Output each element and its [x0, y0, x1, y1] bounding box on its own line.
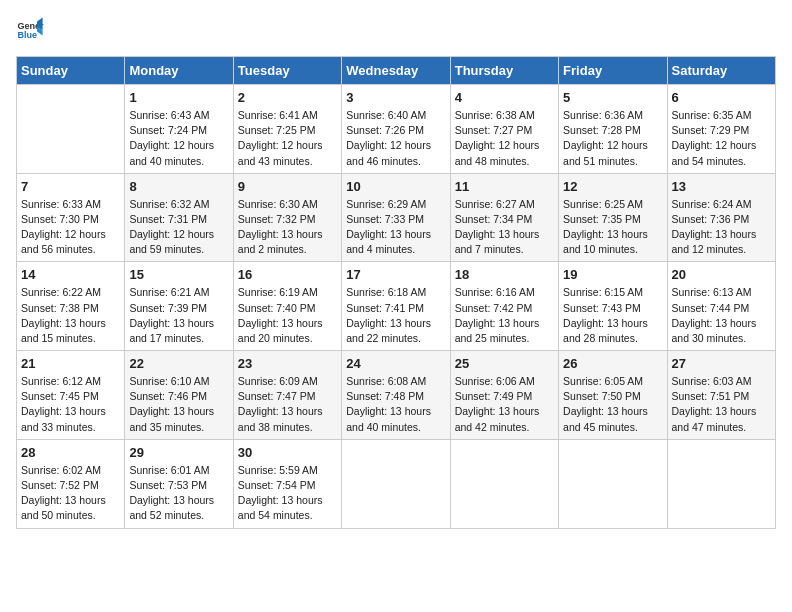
- day-number: 14: [21, 267, 35, 282]
- daylight-text: Daylight: 13 hours and 42 minutes.: [455, 405, 540, 432]
- calendar-cell: 2Sunrise: 6:41 AMSunset: 7:25 PMDaylight…: [233, 85, 341, 174]
- col-header-thursday: Thursday: [450, 57, 558, 85]
- cell-content: 19Sunrise: 6:15 AMSunset: 7:43 PMDayligh…: [563, 266, 662, 346]
- daylight-text: Daylight: 12 hours and 54 minutes.: [672, 139, 757, 166]
- header-row: SundayMondayTuesdayWednesdayThursdayFrid…: [17, 57, 776, 85]
- day-number: 3: [346, 90, 353, 105]
- sunrise-text: Sunrise: 6:03 AM: [672, 375, 752, 387]
- col-header-wednesday: Wednesday: [342, 57, 450, 85]
- sunrise-text: Sunrise: 6:36 AM: [563, 109, 643, 121]
- calendar-cell: 24Sunrise: 6:08 AMSunset: 7:48 PMDayligh…: [342, 351, 450, 440]
- cell-content: 1Sunrise: 6:43 AMSunset: 7:24 PMDaylight…: [129, 89, 228, 169]
- daylight-text: Daylight: 13 hours and 35 minutes.: [129, 405, 214, 432]
- sunrise-text: Sunrise: 6:10 AM: [129, 375, 209, 387]
- calendar-cell: 9Sunrise: 6:30 AMSunset: 7:32 PMDaylight…: [233, 173, 341, 262]
- day-number: 23: [238, 356, 252, 371]
- logo-icon: General Blue: [16, 16, 44, 44]
- day-number: 20: [672, 267, 686, 282]
- sunset-text: Sunset: 7:26 PM: [346, 124, 424, 136]
- daylight-text: Daylight: 12 hours and 59 minutes.: [129, 228, 214, 255]
- day-number: 27: [672, 356, 686, 371]
- calendar-cell: 12Sunrise: 6:25 AMSunset: 7:35 PMDayligh…: [559, 173, 667, 262]
- cell-content: 24Sunrise: 6:08 AMSunset: 7:48 PMDayligh…: [346, 355, 445, 435]
- cell-content: 15Sunrise: 6:21 AMSunset: 7:39 PMDayligh…: [129, 266, 228, 346]
- sunrise-text: Sunrise: 6:43 AM: [129, 109, 209, 121]
- cell-content: 11Sunrise: 6:27 AMSunset: 7:34 PMDayligh…: [455, 178, 554, 258]
- calendar-table: SundayMondayTuesdayWednesdayThursdayFrid…: [16, 56, 776, 529]
- sunrise-text: Sunrise: 6:35 AM: [672, 109, 752, 121]
- sunset-text: Sunset: 7:53 PM: [129, 479, 207, 491]
- calendar-cell: 27Sunrise: 6:03 AMSunset: 7:51 PMDayligh…: [667, 351, 775, 440]
- day-number: 1: [129, 90, 136, 105]
- daylight-text: Daylight: 13 hours and 7 minutes.: [455, 228, 540, 255]
- calendar-cell: [559, 439, 667, 528]
- cell-content: 3Sunrise: 6:40 AMSunset: 7:26 PMDaylight…: [346, 89, 445, 169]
- week-row-3: 21Sunrise: 6:12 AMSunset: 7:45 PMDayligh…: [17, 351, 776, 440]
- cell-content: 2Sunrise: 6:41 AMSunset: 7:25 PMDaylight…: [238, 89, 337, 169]
- sunset-text: Sunset: 7:41 PM: [346, 302, 424, 314]
- day-number: 19: [563, 267, 577, 282]
- sunset-text: Sunset: 7:43 PM: [563, 302, 641, 314]
- sunset-text: Sunset: 7:28 PM: [563, 124, 641, 136]
- calendar-cell: 19Sunrise: 6:15 AMSunset: 7:43 PMDayligh…: [559, 262, 667, 351]
- sunset-text: Sunset: 7:51 PM: [672, 390, 750, 402]
- sunrise-text: Sunrise: 6:41 AM: [238, 109, 318, 121]
- col-header-saturday: Saturday: [667, 57, 775, 85]
- sunrise-text: Sunrise: 6:02 AM: [21, 464, 101, 476]
- day-number: 22: [129, 356, 143, 371]
- calendar-cell: 21Sunrise: 6:12 AMSunset: 7:45 PMDayligh…: [17, 351, 125, 440]
- day-number: 17: [346, 267, 360, 282]
- calendar-cell: 23Sunrise: 6:09 AMSunset: 7:47 PMDayligh…: [233, 351, 341, 440]
- cell-content: 18Sunrise: 6:16 AMSunset: 7:42 PMDayligh…: [455, 266, 554, 346]
- sunrise-text: Sunrise: 6:33 AM: [21, 198, 101, 210]
- cell-content: 30Sunrise: 5:59 AMSunset: 7:54 PMDayligh…: [238, 444, 337, 524]
- calendar-cell: 20Sunrise: 6:13 AMSunset: 7:44 PMDayligh…: [667, 262, 775, 351]
- cell-content: 25Sunrise: 6:06 AMSunset: 7:49 PMDayligh…: [455, 355, 554, 435]
- cell-content: 26Sunrise: 6:05 AMSunset: 7:50 PMDayligh…: [563, 355, 662, 435]
- sunset-text: Sunset: 7:31 PM: [129, 213, 207, 225]
- sunset-text: Sunset: 7:40 PM: [238, 302, 316, 314]
- sunset-text: Sunset: 7:47 PM: [238, 390, 316, 402]
- daylight-text: Daylight: 13 hours and 20 minutes.: [238, 317, 323, 344]
- sunset-text: Sunset: 7:27 PM: [455, 124, 533, 136]
- week-row-1: 7Sunrise: 6:33 AMSunset: 7:30 PMDaylight…: [17, 173, 776, 262]
- day-number: 9: [238, 179, 245, 194]
- sunset-text: Sunset: 7:38 PM: [21, 302, 99, 314]
- cell-content: 23Sunrise: 6:09 AMSunset: 7:47 PMDayligh…: [238, 355, 337, 435]
- cell-content: 29Sunrise: 6:01 AMSunset: 7:53 PMDayligh…: [129, 444, 228, 524]
- col-header-friday: Friday: [559, 57, 667, 85]
- day-number: 6: [672, 90, 679, 105]
- calendar-cell: [667, 439, 775, 528]
- day-number: 26: [563, 356, 577, 371]
- sunrise-text: Sunrise: 5:59 AM: [238, 464, 318, 476]
- cell-content: 13Sunrise: 6:24 AMSunset: 7:36 PMDayligh…: [672, 178, 771, 258]
- sunrise-text: Sunrise: 6:13 AM: [672, 286, 752, 298]
- sunrise-text: Sunrise: 6:05 AM: [563, 375, 643, 387]
- sunrise-text: Sunrise: 6:08 AM: [346, 375, 426, 387]
- daylight-text: Daylight: 13 hours and 17 minutes.: [129, 317, 214, 344]
- cell-content: 5Sunrise: 6:36 AMSunset: 7:28 PMDaylight…: [563, 89, 662, 169]
- sunrise-text: Sunrise: 6:09 AM: [238, 375, 318, 387]
- cell-content: 20Sunrise: 6:13 AMSunset: 7:44 PMDayligh…: [672, 266, 771, 346]
- sunset-text: Sunset: 7:33 PM: [346, 213, 424, 225]
- daylight-text: Daylight: 13 hours and 52 minutes.: [129, 494, 214, 521]
- week-row-2: 14Sunrise: 6:22 AMSunset: 7:38 PMDayligh…: [17, 262, 776, 351]
- sunset-text: Sunset: 7:24 PM: [129, 124, 207, 136]
- calendar-cell: [450, 439, 558, 528]
- calendar-cell: 5Sunrise: 6:36 AMSunset: 7:28 PMDaylight…: [559, 85, 667, 174]
- cell-content: 28Sunrise: 6:02 AMSunset: 7:52 PMDayligh…: [21, 444, 120, 524]
- sunset-text: Sunset: 7:42 PM: [455, 302, 533, 314]
- daylight-text: Daylight: 13 hours and 12 minutes.: [672, 228, 757, 255]
- daylight-text: Daylight: 13 hours and 25 minutes.: [455, 317, 540, 344]
- cell-content: 16Sunrise: 6:19 AMSunset: 7:40 PMDayligh…: [238, 266, 337, 346]
- calendar-cell: 11Sunrise: 6:27 AMSunset: 7:34 PMDayligh…: [450, 173, 558, 262]
- sunset-text: Sunset: 7:39 PM: [129, 302, 207, 314]
- sunrise-text: Sunrise: 6:19 AM: [238, 286, 318, 298]
- cell-content: 14Sunrise: 6:22 AMSunset: 7:38 PMDayligh…: [21, 266, 120, 346]
- calendar-cell: 26Sunrise: 6:05 AMSunset: 7:50 PMDayligh…: [559, 351, 667, 440]
- sunset-text: Sunset: 7:54 PM: [238, 479, 316, 491]
- day-number: 15: [129, 267, 143, 282]
- calendar-cell: 14Sunrise: 6:22 AMSunset: 7:38 PMDayligh…: [17, 262, 125, 351]
- daylight-text: Daylight: 12 hours and 43 minutes.: [238, 139, 323, 166]
- daylight-text: Daylight: 13 hours and 15 minutes.: [21, 317, 106, 344]
